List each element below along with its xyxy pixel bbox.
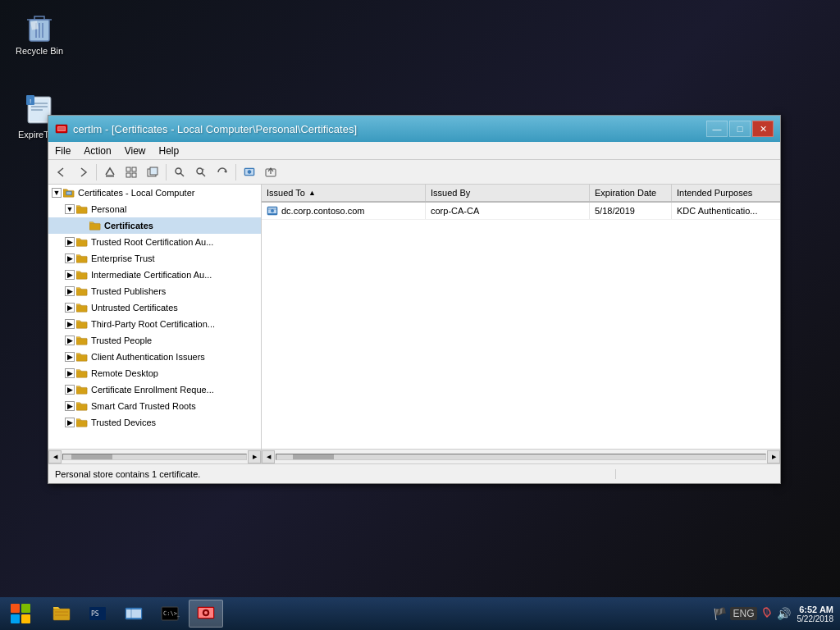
new-window-button[interactable] — [143, 162, 162, 182]
svg-rect-35 — [64, 190, 68, 192]
taskbar-item-windows-explorer[interactable] — [116, 600, 151, 628]
tree-item-intermediate[interactable]: ▶ Intermediate Certification Au... — [48, 267, 261, 283]
up-button[interactable] — [100, 162, 120, 182]
system-clock[interactable]: 6:52 AM 5/22/2018 — [797, 605, 834, 623]
tree-label-smart-card: Smart Card Trusted Roots — [91, 401, 196, 411]
close-button[interactable]: ✕ — [752, 121, 774, 137]
menu-view[interactable]: View — [118, 142, 153, 159]
tree-expand-untrusted[interactable]: ▶ — [65, 303, 75, 313]
tree-expand-people[interactable]: ▶ — [65, 336, 75, 345]
svg-rect-20 — [132, 173, 136, 177]
tree-expand-intermediate[interactable]: ▶ — [65, 270, 75, 280]
svg-rect-43 — [76, 289, 87, 295]
publishers-folder-icon — [76, 286, 88, 296]
export-button[interactable] — [261, 162, 281, 182]
menu-action[interactable]: Action — [77, 142, 117, 159]
tree-item-trusted-root[interactable]: ▶ Trusted Root Certification Au... — [48, 234, 261, 250]
tree-item-trusted-publishers[interactable]: ▶ Trusted Publishers — [48, 283, 261, 299]
tree-item-root[interactable]: ▼ Certificates - Local Computer — [48, 185, 261, 201]
tree-expand-client-auth[interactable]: ▶ — [65, 352, 75, 362]
certs-folder-icon — [89, 221, 101, 231]
scroll-thumb-right — [293, 454, 334, 459]
scroll-right-btn[interactable]: ▶ — [248, 450, 261, 463]
svg-rect-57 — [21, 604, 30, 613]
remote-folder-icon — [76, 368, 88, 378]
right-panel: Issued To ▲ Issued By Expiration Date In… — [262, 185, 780, 449]
window-title: certlm - [Certificates - Local Computer\… — [73, 123, 706, 135]
col-header-issued-by[interactable]: Issued By — [426, 185, 590, 201]
cert-horizontal-scroll[interactable]: ◀ ▶ — [262, 450, 780, 463]
tree-item-third-party[interactable]: ▶ Third-Party Root Certification... — [48, 316, 261, 332]
keyboard-icon[interactable]: ENG — [730, 607, 756, 620]
view-grid-button[interactable] — [121, 162, 141, 182]
tree-item-client-auth[interactable]: ▶ Client Authentication Issuers — [48, 349, 261, 365]
taskbar-item-powershell[interactable]: PS — [80, 600, 115, 628]
scroll-left-btn[interactable]: ◀ — [48, 450, 62, 463]
toolbar-separator-2 — [166, 164, 167, 180]
search-button[interactable] — [170, 162, 189, 182]
recycle-bin-icon[interactable]: Recycle Bin — [7, 7, 72, 59]
tree-expand-publishers[interactable]: ▶ — [65, 286, 75, 296]
scroll-left-btn-right[interactable]: ◀ — [262, 450, 275, 463]
svg-point-31 — [248, 170, 251, 173]
tree-item-smart-card[interactable]: ▶ Smart Card Trusted Roots — [48, 398, 261, 414]
tree-label-trusted-root: Trusted Root Certification Au... — [91, 237, 213, 247]
taskbar-item-certlm[interactable] — [189, 600, 223, 628]
menu-file[interactable]: File — [48, 142, 77, 159]
tree-expand-enrollment[interactable]: ▶ — [65, 385, 75, 395]
cert-row-0[interactable]: dc.corp.contoso.com corp-CA-CA 5/18/2019… — [262, 203, 780, 220]
status-bar: Personal store contains 1 certificate. — [48, 463, 780, 483]
tree-label-personal: Personal — [91, 204, 126, 214]
tree-horizontal-scroll[interactable]: ◀ ▶ — [48, 450, 262, 463]
menu-help[interactable]: Help — [153, 142, 186, 159]
tree-label-third-party: Third-Party Root Certification... — [91, 319, 215, 329]
tree-expand-personal[interactable]: ▼ — [65, 204, 75, 214]
maximize-button[interactable]: □ — [729, 121, 751, 137]
col-header-purposes[interactable]: Intended Purposes — [672, 185, 780, 201]
intermediate-folder-icon — [76, 270, 88, 280]
tree-item-cert-enrollment[interactable]: ▶ Certificate Enrollment Reque... — [48, 381, 261, 398]
taskbar-item-file-explorer[interactable] — [44, 600, 79, 628]
scroll-track-right[interactable] — [276, 454, 766, 460]
tree-label-remote: Remote Desktop — [91, 368, 158, 378]
personal-folder-icon — [76, 204, 88, 214]
tree-expand-smart-card[interactable]: ▶ — [65, 401, 75, 411]
tree-expand-remote[interactable]: ▶ — [65, 368, 75, 378]
svg-rect-48 — [76, 371, 87, 377]
column-headers: Issued To ▲ Issued By Expiration Date In… — [262, 185, 780, 203]
minimize-button[interactable]: — — [706, 121, 728, 137]
certificate-list[interactable]: dc.corp.contoso.com corp-CA-CA 5/18/2019… — [262, 203, 780, 449]
tree-label-intermediate: Intermediate Certification Au... — [91, 270, 212, 280]
search-plus-button[interactable]: + — [191, 162, 211, 182]
tree-panel[interactable]: ▼ Certificates - Local Computer ▼ — [48, 185, 262, 449]
tree-item-trusted-people[interactable]: ▶ Trusted People — [48, 332, 261, 349]
tree-item-certificates[interactable]: Certificates — [48, 217, 261, 234]
network-icon[interactable] — [760, 606, 774, 622]
svg-rect-49 — [76, 387, 87, 394]
refresh-button[interactable] — [212, 162, 232, 182]
scroll-right-btn-right[interactable]: ▶ — [767, 450, 780, 463]
tree-expand-enterprise[interactable]: ▶ — [65, 253, 75, 263]
col-header-issued-to[interactable]: Issued To ▲ — [262, 185, 426, 201]
flag-icon[interactable]: 🏴 — [713, 607, 727, 620]
tree-expand-third-party[interactable]: ▶ — [65, 319, 75, 329]
tree-item-enterprise-trust[interactable]: ▶ Enterprise Trust — [48, 250, 261, 267]
forward-button[interactable] — [73, 162, 93, 182]
tree-item-untrusted[interactable]: ▶ Untrusted Certificates — [48, 299, 261, 316]
taskbar-item-cmd[interactable]: C:\>_ — [153, 600, 187, 628]
tree-item-remote-desktop[interactable]: ▶ Remote Desktop — [48, 365, 261, 381]
tree-expand-trusted-root[interactable]: ▶ — [65, 237, 75, 247]
back-button[interactable] — [52, 162, 71, 182]
cert-cell-issued-to-0: dc.corp.contoso.com — [262, 203, 426, 219]
svg-rect-5 — [30, 21, 39, 30]
tree-expand-root[interactable]: ▼ — [52, 188, 62, 198]
scroll-track-left[interactable] — [62, 454, 247, 460]
cert-icon-button[interactable] — [240, 162, 259, 182]
tree-expand-devices[interactable]: ▶ — [65, 418, 75, 427]
volume-icon[interactable]: 🔊 — [777, 607, 791, 620]
tree-item-trusted-devices[interactable]: ▶ Trusted Devices — [48, 414, 261, 431]
tree-item-personal[interactable]: ▼ Personal — [48, 201, 261, 217]
svg-rect-51 — [76, 420, 87, 427]
start-button[interactable] — [0, 597, 41, 630]
col-header-expiry[interactable]: Expiration Date — [590, 185, 672, 201]
